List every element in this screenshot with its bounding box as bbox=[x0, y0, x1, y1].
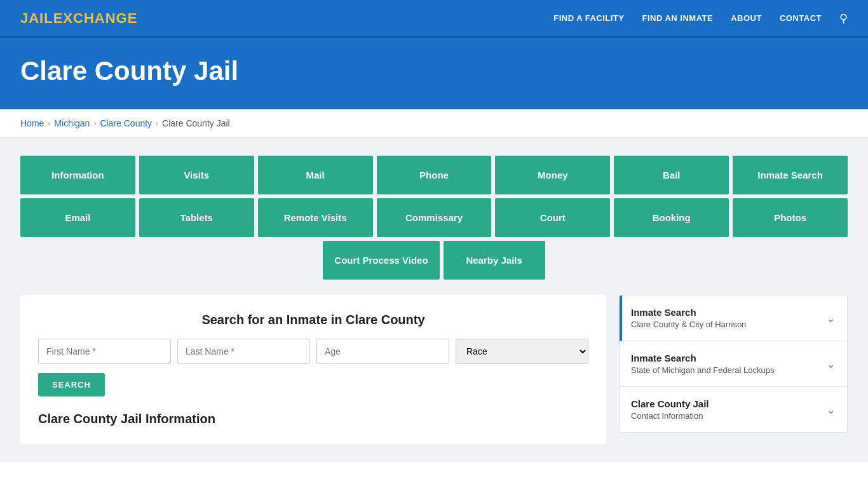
breadcrumb: Home › Michigan › Clare County › Clare C… bbox=[0, 109, 868, 138]
tile-visits[interactable]: Visits bbox=[139, 156, 254, 194]
accordion-title-1: Inmate Search bbox=[631, 307, 746, 318]
accordion-subtitle-2: State of Michigan and Federal Lockups bbox=[631, 365, 774, 375]
search-panel: Search for an Inmate in Clare County Rac… bbox=[20, 295, 606, 444]
logo-part1: JAIL bbox=[20, 10, 53, 26]
tile-bail[interactable]: Bail bbox=[614, 156, 729, 194]
tile-commissary[interactable]: Commissary bbox=[377, 198, 492, 237]
nav-about[interactable]: ABOUT bbox=[731, 13, 762, 23]
tile-tablets[interactable]: Tablets bbox=[139, 198, 254, 237]
chevron-down-icon-1: ⌄ bbox=[826, 311, 836, 325]
breadcrumb-sep-1: › bbox=[48, 119, 50, 128]
breadcrumb-clare-county[interactable]: Clare County bbox=[100, 118, 152, 128]
age-input[interactable] bbox=[316, 339, 449, 364]
breadcrumb-home[interactable]: Home bbox=[20, 118, 44, 128]
tile-booking[interactable]: Booking bbox=[614, 198, 729, 237]
search-icon[interactable]: ⚲ bbox=[839, 11, 848, 25]
nav-find-inmate[interactable]: FIND AN INMATE bbox=[642, 13, 713, 23]
breadcrumb-current: Clare County Jail bbox=[162, 118, 230, 128]
tile-mail[interactable]: Mail bbox=[258, 156, 373, 194]
tile-remote-visits[interactable]: Remote Visits bbox=[258, 198, 373, 237]
search-fields: Race White Black Hispanic Asian Other bbox=[38, 339, 588, 364]
tile-phone[interactable]: Phone bbox=[377, 156, 492, 194]
tiles-row-3: Court Process Video Nearby Jails bbox=[20, 241, 848, 280]
tile-inmate-search[interactable]: Inmate Search bbox=[733, 156, 848, 194]
search-button[interactable]: SEARCH bbox=[38, 373, 105, 396]
navbar: JAILEXCHANGE FIND A FACILITY FIND AN INM… bbox=[0, 0, 868, 38]
tile-court[interactable]: Court bbox=[495, 198, 610, 237]
search-heading: Search for an Inmate in Clare County bbox=[38, 313, 588, 327]
page-body: Information Visits Mail Phone Money Bail… bbox=[0, 138, 868, 462]
tile-money[interactable]: Money bbox=[495, 156, 610, 194]
page-title: Clare County Jail bbox=[20, 56, 848, 86]
nav-contact[interactable]: CONTACT bbox=[780, 13, 822, 23]
accordion-inmate-search-local[interactable]: Inmate Search Clare County & City of Har… bbox=[620, 295, 847, 341]
accordion-contact-info[interactable]: Clare County Jail Contact Information ⌄ bbox=[620, 387, 847, 432]
first-name-input[interactable] bbox=[38, 339, 171, 364]
nav-find-facility[interactable]: FIND A FACILITY bbox=[553, 13, 624, 23]
tile-photos[interactable]: Photos bbox=[733, 198, 848, 237]
tiles-row-2: Email Tablets Remote Visits Commissary C… bbox=[20, 198, 848, 237]
accordion-title-2: Inmate Search bbox=[631, 353, 774, 363]
accordion-inmate-search-state[interactable]: Inmate Search State of Michigan and Fede… bbox=[620, 341, 847, 387]
last-name-input[interactable] bbox=[177, 339, 310, 364]
chevron-down-icon-3: ⌄ bbox=[826, 403, 836, 417]
tile-nearby-jails[interactable]: Nearby Jails bbox=[444, 241, 545, 280]
accordion-subtitle-1: Clare County & City of Harrison bbox=[631, 320, 746, 329]
tiles-row-1: Information Visits Mail Phone Money Bail… bbox=[20, 156, 848, 194]
nav-links: FIND A FACILITY FIND AN INMATE ABOUT CON… bbox=[553, 11, 848, 25]
race-select[interactable]: Race White Black Hispanic Asian Other bbox=[456, 339, 588, 364]
accordion-subtitle-3: Contact Information bbox=[631, 411, 709, 421]
site-logo[interactable]: JAILEXCHANGE bbox=[20, 10, 137, 27]
content-area: Search for an Inmate in Clare County Rac… bbox=[20, 295, 848, 444]
chevron-down-icon-2: ⌄ bbox=[826, 357, 836, 371]
tile-information[interactable]: Information bbox=[20, 156, 135, 194]
breadcrumb-sep-2: › bbox=[93, 119, 96, 128]
tile-email[interactable]: Email bbox=[20, 198, 135, 237]
breadcrumb-michigan[interactable]: Michigan bbox=[54, 118, 90, 128]
accordion-title-3: Clare County Jail bbox=[631, 398, 709, 409]
hero-section: Clare County Jail bbox=[0, 38, 868, 109]
tile-court-process-video[interactable]: Court Process Video bbox=[323, 241, 439, 280]
section-heading: Clare County Jail Information bbox=[38, 412, 588, 426]
logo-part2: EXCHANGE bbox=[53, 10, 138, 26]
accordion-panel: Inmate Search Clare County & City of Har… bbox=[619, 295, 848, 433]
breadcrumb-sep-3: › bbox=[156, 119, 158, 128]
